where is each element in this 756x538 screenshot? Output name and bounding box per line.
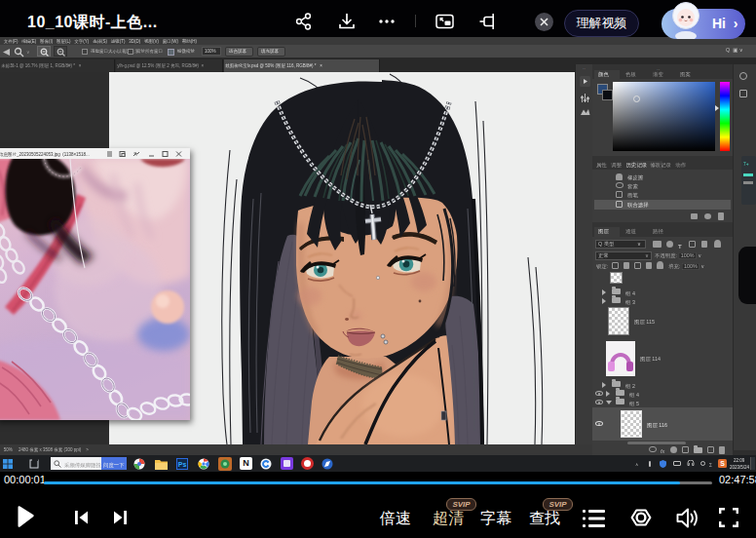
svg-text:..: .. (583, 64, 586, 70)
